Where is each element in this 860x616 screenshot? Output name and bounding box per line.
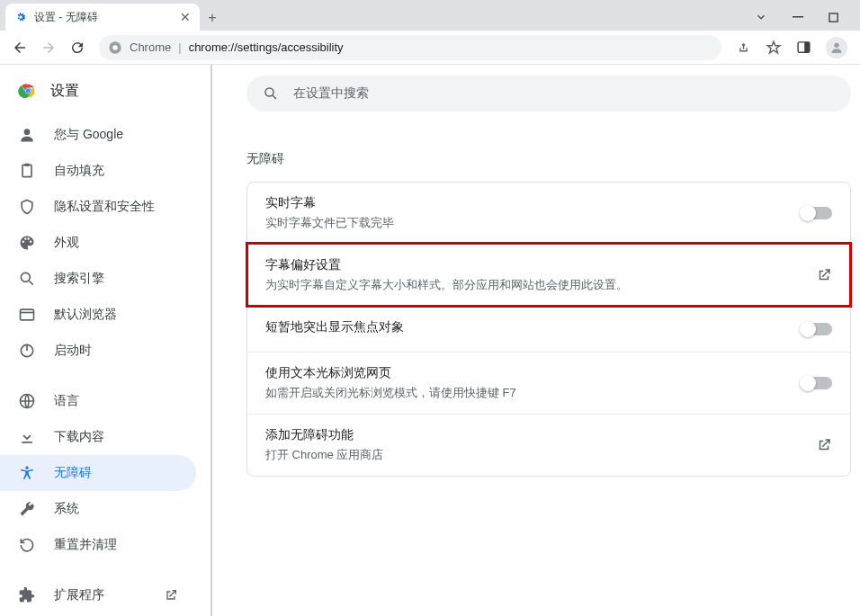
sidebar-item-appearance[interactable]: 外观: [0, 225, 196, 261]
row-title: 短暂地突出显示焦点对象: [265, 319, 802, 335]
reload-button[interactable]: [65, 35, 90, 60]
browser-icon: [18, 306, 36, 324]
side-panel-icon[interactable]: [796, 40, 811, 55]
new-tab-button[interactable]: +: [200, 5, 225, 31]
globe-icon: [18, 392, 36, 410]
sidebar-item-search[interactable]: 搜索引擎: [0, 261, 196, 297]
person-icon: [18, 126, 36, 144]
sidebar-item-privacy[interactable]: 隐私设置和安全性: [0, 189, 196, 225]
sidebar-item-extensions[interactable]: 扩展程序: [0, 577, 196, 613]
power-icon: [18, 342, 36, 360]
window-titlebar: 设置 - 无障碍 ✕ +: [0, 0, 860, 31]
gear-icon: [14, 11, 27, 23]
sidebar-item-label: 无障碍: [54, 465, 92, 481]
svg-rect-1: [829, 13, 838, 21]
sidebar-item-accessibility[interactable]: 无障碍: [0, 455, 196, 491]
sidebar-item-startup[interactable]: 启动时: [0, 333, 196, 369]
section-title: 无障碍: [246, 151, 860, 167]
sidebar-item-label: 下载内容: [54, 429, 104, 445]
chevron-down-icon[interactable]: [755, 11, 767, 23]
sidebar-item-you-and-google[interactable]: 您与 Google: [0, 117, 196, 153]
browser-toolbar: Chrome | chrome://settings/accessibility: [0, 31, 860, 65]
sidebar-title: 设置: [50, 82, 79, 101]
restore-icon: [18, 536, 36, 554]
row-live-caption: 实时字幕 实时字幕文件已下载完毕: [247, 183, 850, 244]
sidebar-item-label: 搜索引擎: [54, 271, 104, 287]
row-desc: 打开 Chrome 应用商店: [265, 447, 816, 463]
chrome-icon: [108, 40, 122, 55]
sidebar-item-label: 扩展程序: [54, 587, 104, 603]
palette-icon: [18, 234, 36, 252]
svg-rect-15: [21, 309, 34, 320]
sidebar-header: 设置: [0, 76, 212, 117]
open-in-new-icon: [816, 267, 832, 283]
sidebar-item-reset[interactable]: 重置并清理: [0, 527, 196, 563]
svg-point-9: [26, 89, 31, 94]
sidebar-item-label: 默认浏览器: [54, 307, 117, 323]
sidebar-item-system[interactable]: 系统: [0, 491, 196, 527]
maximize-icon[interactable]: [829, 13, 838, 22]
svg-rect-11: [22, 165, 31, 176]
svg-rect-0: [793, 16, 803, 18]
search-icon: [263, 85, 279, 102]
back-button[interactable]: [7, 35, 32, 60]
sidebar-item-languages[interactable]: 语言: [0, 383, 196, 419]
minimize-icon[interactable]: [793, 12, 803, 22]
sidebar-item-downloads[interactable]: 下载内容: [0, 419, 196, 455]
omnibox-separator: |: [178, 40, 181, 54]
sidebar-item-autofill[interactable]: 自动填充: [0, 153, 196, 189]
extension-icon: [18, 586, 36, 604]
row-title: 实时字幕: [265, 195, 802, 211]
svg-point-3: [112, 45, 117, 49]
row-desc: 为实时字幕自定义字幕大小和样式。部分应用和网站也会使用此设置。: [265, 277, 816, 293]
sidebar-scrollbar[interactable]: [211, 65, 212, 616]
sidebar-item-label: 启动时: [54, 343, 92, 359]
svg-point-6: [834, 42, 838, 47]
omnibox-url: chrome://settings/accessibility: [189, 40, 344, 54]
svg-point-20: [25, 467, 28, 469]
row-caption-preferences[interactable]: 字幕偏好设置 为实时字幕自定义字幕大小和样式。部分应用和网站也会使用此设置。: [247, 244, 850, 306]
row-add-accessibility[interactable]: 添加无障碍功能 打开 Chrome 应用商店: [247, 414, 850, 476]
row-title: 使用文本光标浏览网页: [265, 365, 802, 381]
forward-button[interactable]: [36, 35, 61, 60]
address-bar[interactable]: Chrome | chrome://settings/accessibility: [99, 35, 721, 60]
row-caret-browsing: 使用文本光标浏览网页 如需开启或关闭光标浏览模式，请使用快捷键 F7: [247, 352, 850, 414]
search-placeholder: 在设置中搜索: [293, 85, 369, 102]
sidebar-item-label: 语言: [54, 393, 79, 409]
row-focus-highlight: 短暂地突出显示焦点对象: [247, 306, 850, 352]
settings-sidebar: 设置 您与 Google 自动填充 隐私设置和安全性 外观 搜索引擎 默认浏览器: [0, 65, 212, 616]
shield-icon: [18, 198, 36, 216]
sidebar-item-default-browser[interactable]: 默认浏览器: [0, 297, 196, 333]
row-desc: 如需开启或关闭光标浏览模式，请使用快捷键 F7: [265, 385, 802, 401]
settings-main: 在设置中搜索 无障碍 实时字幕 实时字幕文件已下载完毕 字幕偏好设置 为实时字幕…: [212, 65, 860, 616]
window-controls: [755, 4, 860, 31]
profile-avatar[interactable]: [826, 37, 847, 58]
sidebar-item-label: 外观: [54, 235, 79, 251]
close-icon[interactable]: ✕: [180, 10, 191, 24]
svg-point-13: [21, 272, 30, 281]
browser-tab[interactable]: 设置 - 无障碍 ✕: [5, 4, 200, 31]
toggle-live-caption[interactable]: [802, 207, 832, 219]
sidebar-item-label: 您与 Google: [54, 127, 123, 143]
sidebar-item-label: 重置并清理: [54, 537, 117, 553]
svg-rect-5: [804, 42, 810, 52]
svg-point-21: [265, 88, 273, 96]
svg-point-10: [24, 129, 31, 135]
settings-search[interactable]: 在设置中搜索: [246, 76, 851, 112]
sidebar-item-label: 系统: [54, 501, 79, 517]
sidebar-item-label: 隐私设置和安全性: [54, 199, 155, 215]
download-icon: [18, 428, 36, 446]
row-title: 添加无障碍功能: [265, 427, 816, 443]
toggle-focus-highlight[interactable]: [802, 323, 832, 335]
svg-rect-12: [25, 164, 30, 166]
svg-line-14: [30, 281, 33, 285]
row-desc: 实时字幕文件已下载完毕: [265, 215, 802, 231]
open-in-new-icon: [164, 588, 178, 603]
toggle-caret-browsing[interactable]: [802, 377, 832, 389]
tab-title: 设置 - 无障碍: [34, 10, 173, 25]
share-icon[interactable]: [736, 40, 751, 55]
bookmark-icon[interactable]: [766, 40, 782, 56]
accessibility-card: 实时字幕 实时字幕文件已下载完毕 字幕偏好设置 为实时字幕自定义字幕大小和样式。…: [246, 182, 851, 477]
accessibility-icon: [18, 464, 36, 482]
clipboard-icon: [18, 162, 36, 180]
